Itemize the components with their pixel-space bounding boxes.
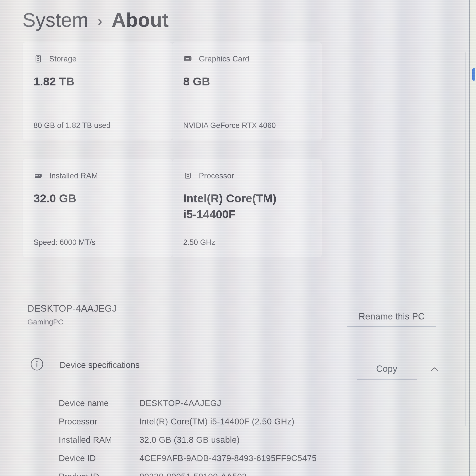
processor-card-value: Intel(R) Core(TM) i5-14400F	[183, 190, 289, 222]
content-edge-line	[465, 52, 466, 426]
installed-ram-card: Installed RAM 32.0 GB Speed: 6000 MT/s	[22, 159, 172, 257]
breadcrumb: System › About	[22, 9, 169, 31]
device-name-block: DESKTOP-4AAJEGJ GamingPC	[27, 303, 117, 326]
spec-row-label: Device ID	[59, 453, 139, 463]
spec-row-value: 00330-80051-50100-AA503	[139, 472, 247, 476]
device-specifications-table: Device name DESKTOP-4AAJEGJ Processor In…	[59, 398, 440, 476]
installed-ram-card-detail: Speed: 6000 MT/s	[34, 238, 161, 247]
processor-card-label: Processor	[199, 171, 234, 180]
rename-pc-button[interactable]: Rename this PC	[347, 307, 436, 327]
installed-ram-card-value: 32.0 GB	[34, 190, 139, 206]
collapse-expander-button[interactable]	[425, 361, 444, 377]
spec-row-label: Product ID	[59, 472, 139, 476]
table-row: Installed RAM 32.0 GB (31.8 GB usable)	[59, 435, 440, 453]
info-icon	[30, 357, 44, 371]
breadcrumb-system[interactable]: System	[22, 9, 88, 31]
device-group: GamingPC	[27, 318, 117, 326]
table-row: Product ID 00330-80051-50100-AA503	[59, 472, 440, 476]
table-row: Processor Intel(R) Core(TM) i5-14400F (2…	[59, 417, 440, 435]
graphics-card-icon	[183, 54, 192, 63]
storage-card-value: 1.82 TB	[34, 74, 139, 89]
spec-row-label: Device name	[59, 398, 139, 408]
spec-row-value: DESKTOP-4AAJEGJ	[139, 398, 221, 408]
device-name: DESKTOP-4AAJEGJ	[27, 303, 117, 314]
processor-card-detail: 2.50 GHz	[183, 238, 311, 247]
ram-icon	[34, 171, 43, 180]
table-row: Device ID 4CEF9AFB-9ADB-4379-8493-6195FF…	[59, 453, 440, 472]
spec-row-value: 32.0 GB (31.8 GB usable)	[139, 435, 240, 445]
chevron-up-icon	[430, 367, 439, 372]
installed-ram-card-label: Installed RAM	[49, 171, 98, 180]
spec-row-label: Processor	[59, 417, 139, 426]
spec-row-label: Installed RAM	[59, 435, 139, 445]
storage-icon	[34, 54, 43, 63]
graphics-card-detail: NVIDIA GeForce RTX 4060	[183, 121, 311, 130]
section-divider	[22, 347, 462, 347]
panel-border-line	[469, 0, 470, 476]
spec-row-value: 4CEF9AFB-9ADB-4379-8493-6195FF9C5475	[139, 453, 317, 463]
processor-card: Processor Intel(R) Core(TM) i5-14400F 2.…	[172, 159, 322, 257]
chevron-right-icon: ›	[98, 13, 102, 29]
table-row: Device name DESKTOP-4AAJEGJ	[59, 398, 440, 417]
storage-card: Storage 1.82 TB 80 GB of 1.82 TB used	[22, 42, 172, 140]
settings-about-page: System › About Storage 1.82 TB 80 GB of …	[0, 0, 476, 476]
graphics-card-value: 8 GB	[183, 74, 289, 89]
scrollbar-thumb[interactable]	[472, 68, 475, 81]
processor-icon	[183, 171, 192, 180]
spec-row-value: Intel(R) Core(TM) i5-14400F (2.50 GHz)	[139, 417, 294, 426]
storage-card-label: Storage	[49, 54, 77, 63]
graphics-card-card: Graphics Card 8 GB NVIDIA GeForce RTX 40…	[172, 42, 322, 140]
device-specifications-title: Device specifications	[60, 360, 140, 370]
copy-button[interactable]: Copy	[357, 358, 417, 380]
page-title: About	[112, 9, 169, 31]
graphics-card-label: Graphics Card	[199, 54, 249, 63]
storage-card-detail: 80 GB of 1.82 TB used	[34, 121, 161, 130]
